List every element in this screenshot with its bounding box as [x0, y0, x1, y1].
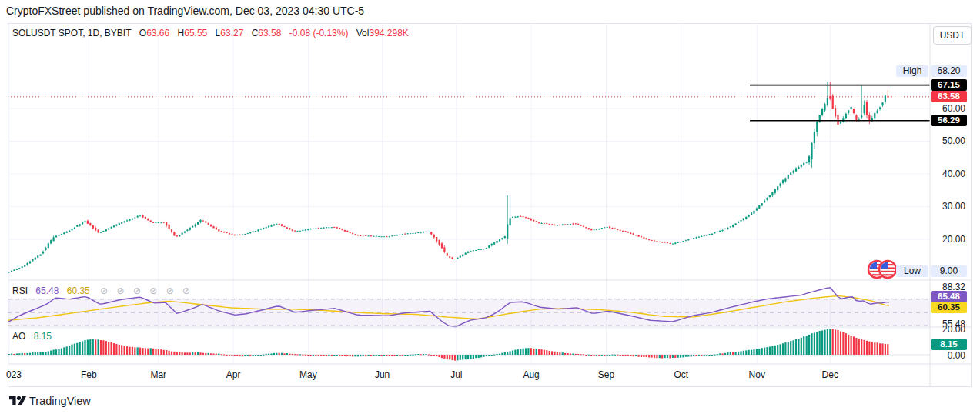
ao-bar [803, 336, 804, 355]
candle-body [223, 232, 225, 233]
candle-body [641, 236, 642, 237]
ao-bar [575, 354, 577, 355]
x-axis-label: Sep [598, 369, 614, 380]
candle-body [470, 251, 471, 252]
candle-body [48, 244, 49, 248]
candle-body [607, 227, 608, 228]
candle-body [24, 265, 25, 267]
candle-body [391, 235, 393, 236]
candle-body [294, 231, 296, 232]
candle-body [239, 235, 241, 235]
us-flag-events-icon[interactable] [868, 261, 896, 278]
ao-bar [98, 339, 99, 355]
ao-bar [504, 352, 506, 355]
ao-bar [376, 355, 377, 356]
tradingview-brand-text[interactable]: TradingView [29, 395, 91, 407]
candle-body [407, 233, 409, 234]
ao-bar [488, 355, 490, 356]
candle-body [449, 256, 450, 258]
ao-bar [173, 352, 175, 355]
candle-body [738, 222, 739, 223]
ao-title: AO [12, 331, 25, 342]
x-axis-label: May [299, 369, 317, 380]
ao-bar [441, 355, 443, 358]
ao-scale-top: 20.00 [933, 324, 965, 336]
ao-bar [404, 355, 406, 356]
ao-bar [139, 348, 141, 355]
ao-bar [428, 354, 430, 355]
candle-body [685, 240, 687, 241]
ao-bar [115, 344, 117, 355]
ao-bar [82, 341, 83, 355]
rsi-ma-value-badge: 60.35 [931, 302, 967, 313]
ao-bar [572, 354, 574, 356]
ao-bar [798, 339, 799, 355]
candle-body [212, 226, 214, 228]
candle-body [441, 243, 443, 248]
ao-bar [659, 355, 661, 358]
ao-bar [289, 354, 290, 355]
ao-bar [527, 348, 529, 355]
candle-body [475, 250, 477, 251]
candle-body [37, 255, 38, 257]
ao-bar [279, 353, 280, 355]
candle-body [656, 241, 657, 242]
ao-bar [868, 342, 870, 355]
ao-bar [268, 354, 269, 355]
candle-body [257, 230, 259, 232]
ao-bar [501, 353, 503, 355]
ao-bar [864, 340, 865, 355]
candle-body [572, 224, 574, 225]
candle-body [363, 235, 364, 236]
candle-body [383, 236, 385, 237]
ao-bar [829, 329, 831, 356]
candle-body [622, 231, 624, 232]
candle-body [412, 233, 413, 234]
candle-body [53, 237, 55, 241]
candle-body [341, 229, 343, 230]
ao-bar [784, 342, 786, 355]
time-axis[interactable]: 023FebMarAprMayJunJulAugSepOctNovDec [0, 365, 980, 386]
candle-body [811, 143, 812, 159]
ao-bar [61, 349, 62, 355]
ao-bar [819, 331, 821, 355]
candle-body [617, 229, 618, 230]
candle-body [268, 226, 269, 228]
candle-body [402, 235, 403, 235]
candle-body [493, 242, 495, 244]
chart-surface[interactable] [0, 0, 980, 414]
candle-body [171, 229, 172, 232]
ao-bar [184, 352, 186, 355]
candle-body [774, 189, 776, 193]
candle-body [415, 233, 416, 234]
ao-bar [320, 355, 322, 356]
ao-bar [512, 351, 513, 356]
candle-body [307, 229, 309, 230]
ao-bar [651, 355, 653, 358]
currency-toggle-button[interactable]: USDT [933, 26, 972, 45]
ao-bar [8, 354, 10, 355]
candle-body [525, 217, 527, 218]
ao-bar [473, 355, 474, 359]
ao-bar [585, 355, 587, 356]
ao-bar [483, 355, 484, 357]
ao-bar [620, 355, 621, 356]
ao-bar [221, 354, 222, 355]
ao-bar [480, 355, 482, 357]
ao-bar [326, 355, 327, 356]
ao-bar [536, 349, 537, 355]
candle-body [624, 231, 626, 232]
candle-body [488, 245, 490, 248]
ao-bar [465, 355, 467, 359]
candle-body [417, 232, 419, 233]
candle-body [40, 255, 42, 256]
candle-body [376, 236, 377, 237]
candle-body [152, 222, 154, 223]
candle-body [142, 215, 143, 218]
candle-body [583, 226, 584, 227]
tradingview-logo-icon[interactable] [9, 394, 26, 408]
candle-body [189, 228, 191, 230]
ao-bar [887, 344, 888, 355]
candle-body [344, 230, 346, 232]
ao-bar [189, 352, 191, 355]
